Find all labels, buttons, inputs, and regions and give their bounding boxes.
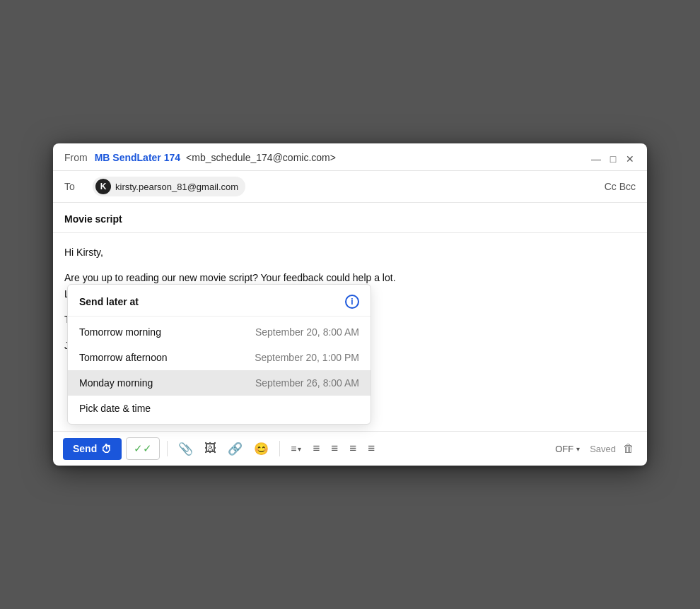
cc-bcc-button[interactable]: Cc Bcc	[605, 181, 636, 192]
emoji-button[interactable]: 😊	[250, 438, 272, 460]
toolbar-separator2	[279, 441, 280, 456]
from-email: <mb_schedule_174@comic.com>	[186, 152, 336, 163]
compose-window: From MB SendLater 174 <mb_schedule_174@c…	[53, 143, 647, 466]
align-button[interactable]: ≡ ▾	[287, 439, 305, 458]
bullet-list-icon: ≡	[331, 442, 338, 456]
recipient-chip[interactable]: K kirsty.pearson_81@gmail.com	[93, 177, 245, 196]
send-later-title: Send later at	[79, 296, 139, 307]
option-label: Tomorrow afternoon	[79, 352, 168, 363]
check-button[interactable]: ✓✓	[126, 437, 160, 460]
close-button[interactable]: ✕	[624, 153, 636, 165]
option-label: Monday morning	[79, 377, 153, 389]
trash-icon: 🗑	[623, 442, 634, 454]
attach-button[interactable]: 📎	[175, 438, 197, 460]
option-label: Pick date & time	[79, 403, 151, 414]
indent-button[interactable]: ≡	[346, 438, 360, 459]
emoji-icon: 😊	[254, 442, 269, 456]
attach-icon: 📎	[178, 442, 193, 456]
minimize-button[interactable]: —	[590, 153, 602, 165]
ordered-list-icon: ≡	[313, 442, 320, 456]
dropdown-icon: ▾	[576, 445, 580, 453]
subject-row: Movie script	[53, 203, 647, 233]
option-date: September 26, 8:00 AM	[255, 377, 359, 389]
avatar: K	[95, 179, 111, 194]
link-icon: 🔗	[228, 442, 243, 456]
delete-button[interactable]: 🗑	[620, 439, 637, 458]
send-later-panel: Send later at i Tomorrow morning Septemb…	[67, 284, 371, 425]
to-label: To	[64, 181, 86, 192]
bullet-list-button[interactable]: ≡	[327, 438, 342, 459]
send-later-options: Tomorrow morning September 20, 8:00 AM T…	[68, 317, 371, 424]
from-label: From	[64, 152, 88, 163]
clock-icon: ⏱	[101, 443, 112, 455]
to-row: To K kirsty.pearson_81@gmail.com Cc Bcc	[53, 171, 647, 203]
ordered-list-button[interactable]: ≡	[309, 438, 323, 459]
toolbar-separator	[167, 441, 168, 456]
info-icon[interactable]: i	[345, 295, 359, 309]
saved-label: Saved	[590, 444, 616, 454]
subject-text: Movie script	[64, 213, 122, 225]
chevron-down-icon: ▾	[298, 445, 301, 453]
option-date: September 20, 8:00 AM	[255, 326, 359, 338]
greeting: Hi Kirsty,	[64, 244, 636, 260]
title-bar: From MB SendLater 174 <mb_schedule_174@c…	[53, 143, 647, 171]
image-icon: 🖼	[204, 442, 216, 456]
from-name: MB SendLater 174	[95, 152, 180, 163]
option-pick-date[interactable]: Pick date & time	[68, 396, 371, 421]
image-button[interactable]: 🖼	[201, 438, 220, 459]
off-toggle[interactable]: OFF ▾	[555, 444, 580, 454]
outdent-button[interactable]: ≡	[364, 438, 378, 459]
option-monday-morning[interactable]: Monday morning September 26, 8:00 AM	[68, 370, 371, 396]
window-controls: — □ ✕	[590, 153, 636, 165]
recipient-email: kirsty.pearson_81@gmail.com	[115, 182, 238, 192]
off-label: OFF	[555, 444, 573, 454]
check-icon: ✓✓	[134, 442, 152, 454]
link-button[interactable]: 🔗	[224, 438, 246, 460]
option-label: Tomorrow morning	[79, 326, 161, 338]
send-label: Send	[73, 443, 97, 454]
toolbar: Send ⏱ ✓✓ 📎 🖼 🔗 😊 ≡ ▾	[53, 431, 647, 466]
indent-icon: ≡	[349, 442, 356, 456]
send-later-header: Send later at i	[68, 285, 371, 317]
send-button[interactable]: Send ⏱	[63, 438, 122, 460]
option-tomorrow-morning[interactable]: Tomorrow morning September 20, 8:00 AM	[68, 319, 371, 345]
maximize-button[interactable]: □	[607, 153, 619, 165]
option-tomorrow-afternoon[interactable]: Tomorrow afternoon September 20, 1:00 PM	[68, 345, 371, 370]
align-icon: ≡	[291, 443, 296, 454]
outdent-icon: ≡	[368, 442, 375, 456]
option-date: September 20, 1:00 PM	[255, 352, 359, 363]
